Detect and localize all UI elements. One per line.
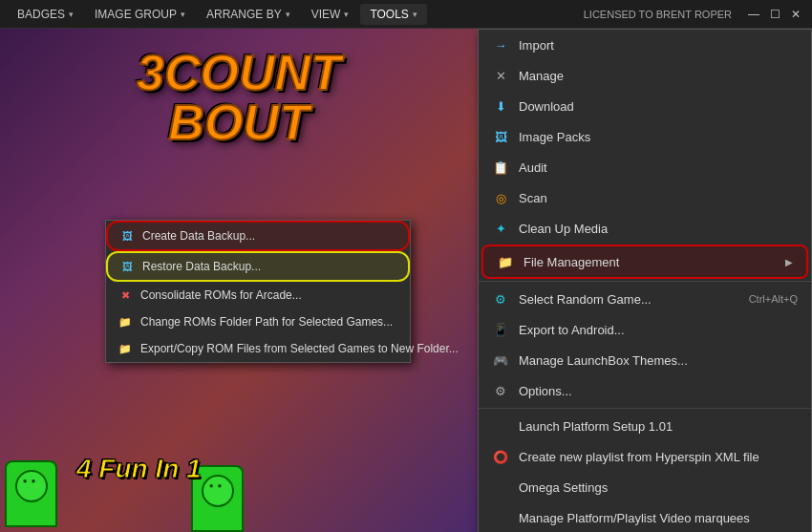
scan-label: Scan <box>519 191 547 205</box>
change-folder-label: Change ROMs Folder Path for Selected Gam… <box>140 315 393 329</box>
game-bottom-art: 4 Fun In 1 <box>0 417 287 532</box>
manage-icon: ✕ <box>492 67 509 84</box>
tools-arrow: ▾ <box>413 10 417 19</box>
restore-backup-label: Restore Data Backup... <box>142 260 261 273</box>
ctx-consolidate-roms[interactable]: ✖ Consolidate ROMs for Arcade... <box>106 282 410 309</box>
ctx-restore-backup[interactable]: 🖼 Restore Data Backup... <box>106 251 410 282</box>
export-roms-icon: 📁 <box>118 341 133 356</box>
game-fun-text: 4 Fun In 1 <box>76 454 202 484</box>
badges-arrow: ▾ <box>69 10 74 19</box>
tools-options[interactable]: ⚙ Options... <box>479 375 811 406</box>
restore-backup-icon: 🖼 <box>119 259 135 274</box>
ctx-export-roms[interactable]: 📁 Export/Copy ROM Files from Selected Ga… <box>106 335 410 362</box>
export-android-icon: 📱 <box>492 321 509 338</box>
import-icon: → <box>492 36 509 53</box>
hyperspin-label: Create new playlist from Hyperspin XML f… <box>519 450 759 464</box>
hyperspin-icon: ⭕ <box>492 448 509 465</box>
menu-bar: BADGES ▾ IMAGE GROUP ▾ ARRANGE BY ▾ VIEW… <box>8 4 427 25</box>
tools-clean-up-media[interactable]: ✦ Clean Up Media <box>479 213 811 244</box>
clean-up-icon: ✦ <box>492 220 509 237</box>
menu-arrange-by[interactable]: ARRANGE BY ▾ <box>197 4 300 25</box>
arrange-by-label: ARRANGE BY <box>206 8 282 21</box>
tools-scan[interactable]: ◎ Scan <box>479 182 811 213</box>
image-group-arrow: ▾ <box>181 10 185 19</box>
menu-image-group[interactable]: IMAGE GROUP ▾ <box>85 4 195 25</box>
arrange-by-arrow: ▾ <box>286 10 290 19</box>
tools-audit[interactable]: 📋 Audit <box>479 152 811 182</box>
image-group-label: IMAGE GROUP <box>95 8 177 21</box>
options-label: Options... <box>519 384 572 398</box>
menu-view[interactable]: VIEW ▾ <box>302 4 359 25</box>
options-icon: ⚙ <box>492 382 509 399</box>
game-title-line1: 3COUNT <box>137 48 341 97</box>
tools-manage-themes[interactable]: 🎮 Manage LaunchBox Themes... <box>479 345 811 375</box>
close-button[interactable]: ✕ <box>787 6 804 23</box>
separator-2 <box>479 408 811 409</box>
titlebar-right: LICENSED TO BRENT ROPER — ☐ ✕ <box>584 6 804 23</box>
omega-icon <box>492 479 509 496</box>
minimize-button[interactable]: — <box>745 6 762 23</box>
tools-hyperspin-xml[interactable]: ⭕ Create new playlist from Hyperspin XML… <box>479 441 811 472</box>
omega-label: Omega Settings <box>519 480 608 495</box>
ctx-create-backup[interactable]: 🖼 Create Data Backup... <box>106 221 410 251</box>
random-game-icon: ⚙ <box>492 290 509 308</box>
badges-label: BADGES <box>17 8 65 21</box>
character-sprite-1 <box>5 460 57 527</box>
manage-themes-label: Manage LaunchBox Themes... <box>519 353 688 368</box>
random-game-label: Select Random Game... <box>519 292 652 307</box>
image-packs-icon: 🖼 <box>492 128 509 145</box>
create-backup-icon: 🖼 <box>119 228 135 244</box>
view-label: VIEW <box>311 8 341 21</box>
manage-themes-icon: 🎮 <box>492 351 509 369</box>
export-android-label: Export to Android... <box>519 323 625 337</box>
audit-label: Audit <box>519 160 547 175</box>
tools-dropdown: → Import ✕ Manage ⬇ Download 🖼 Image Pac… <box>478 29 812 532</box>
export-roms-label: Export/Copy ROM Files from Selected Game… <box>140 342 459 355</box>
tools-export-android[interactable]: 📱 Export to Android... <box>479 314 811 345</box>
tools-download[interactable]: ⬇ Download <box>479 91 811 121</box>
tools-select-random-game[interactable]: ⚙ Select Random Game... Ctrl+Alt+Q <box>479 284 811 314</box>
manage-label: Manage <box>519 69 564 83</box>
video-marquees-icon <box>492 509 509 526</box>
download-label: Download <box>519 99 574 114</box>
clean-up-label: Clean Up Media <box>519 222 608 236</box>
image-packs-label: Image Packs <box>519 130 590 144</box>
file-management-icon: 📁 <box>497 253 514 270</box>
game-title-art: 3COUNT BOUT <box>137 48 341 147</box>
tools-image-packs[interactable]: 🖼 Image Packs <box>479 121 811 152</box>
download-icon: ⬇ <box>492 97 509 115</box>
audit-icon: 📋 <box>492 159 509 176</box>
tools-video-marquees[interactable]: Manage Platform/Playlist Video marquees <box>479 502 811 532</box>
tools-file-management[interactable]: 📁 File Management ▶ <box>481 245 808 279</box>
view-arrow: ▾ <box>344 10 349 19</box>
platform-setup-label: Launch Platform Setup 1.01 <box>519 419 673 434</box>
game-title-line2: BOUT <box>137 97 341 147</box>
main-content: 3COUNT BOUT 4 Fun In 1 🖼 Create Data Bac… <box>0 29 812 532</box>
file-management-submenu-arrow: ▶ <box>785 257 793 267</box>
consolidate-label: Consolidate ROMs for Arcade... <box>140 288 302 302</box>
platform-setup-icon <box>492 417 509 435</box>
tools-omega-settings[interactable]: Omega Settings <box>479 472 811 502</box>
menu-badges[interactable]: BADGES ▾ <box>8 4 83 25</box>
context-menu-left: 🖼 Create Data Backup... 🖼 Restore Data B… <box>105 220 411 363</box>
random-game-shortcut: Ctrl+Alt+Q <box>749 293 798 305</box>
tools-manage[interactable]: ✕ Manage <box>479 60 811 91</box>
create-backup-label: Create Data Backup... <box>142 229 255 243</box>
import-label: Import <box>519 38 554 53</box>
video-marquees-label: Manage Platform/Playlist Video marquees <box>519 511 750 525</box>
tools-launch-platform-setup[interactable]: Launch Platform Setup 1.01 <box>479 411 811 441</box>
license-text: LICENSED TO BRENT ROPER <box>584 9 732 20</box>
change-folder-icon: 📁 <box>118 314 133 330</box>
file-management-label: File Management <box>524 255 619 269</box>
scan-icon: ◎ <box>492 189 509 206</box>
titlebar: BADGES ▾ IMAGE GROUP ▾ ARRANGE BY ▾ VIEW… <box>0 0 812 29</box>
maximize-button[interactable]: ☐ <box>766 6 783 23</box>
ctx-change-roms-folder[interactable]: 📁 Change ROMs Folder Path for Selected G… <box>106 309 410 335</box>
separator-1 <box>479 281 811 282</box>
menu-tools[interactable]: TOOLS ▾ <box>360 4 426 25</box>
tools-label: TOOLS <box>370 8 408 21</box>
consolidate-icon: ✖ <box>118 287 133 303</box>
tools-import[interactable]: → Import <box>479 30 811 60</box>
